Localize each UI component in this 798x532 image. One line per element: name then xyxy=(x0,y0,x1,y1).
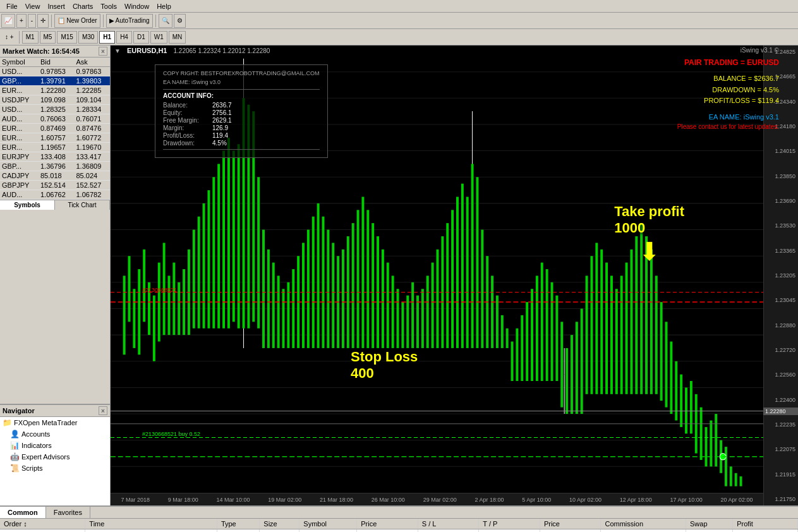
tf-mn[interactable]: MN xyxy=(169,31,186,44)
autotrading-btn[interactable]: ▶ AutoTrading xyxy=(106,14,153,28)
divider1 xyxy=(163,89,320,90)
market-watch-row[interactable]: EUR... 1.19657 1.19670 xyxy=(0,143,110,152)
svg-rect-80 xyxy=(437,250,439,348)
price-label: 1.23850 xyxy=(765,173,797,179)
svg-rect-64 xyxy=(357,210,360,348)
svg-rect-92 xyxy=(496,296,499,348)
order-commission: -2.28 xyxy=(601,529,686,533)
svg-rect-86 xyxy=(466,196,469,348)
market-watch-row[interactable]: AUD... 0.76063 0.76071 xyxy=(0,114,110,124)
menu-help[interactable]: Help xyxy=(153,1,175,11)
time-label: 5 Apr 10:00 xyxy=(522,497,551,503)
menu-tools[interactable]: Tools xyxy=(97,1,121,11)
tf-m1[interactable]: M1 xyxy=(22,31,39,44)
search-btn[interactable]: 🔍 xyxy=(159,14,172,28)
menu-file[interactable]: File xyxy=(3,1,21,11)
balance-info: BALANCE = $2636.7 DRAWDOWN = 4.5% PROFIT… xyxy=(677,73,779,107)
menu-charts[interactable]: Charts xyxy=(69,1,97,11)
mw-symbol: AUD... xyxy=(0,190,39,200)
menu-window[interactable]: Window xyxy=(121,1,153,11)
svg-rect-74 xyxy=(406,296,409,348)
market-watch-row[interactable]: USD... 1.28325 1.28334 xyxy=(0,105,110,114)
iswing-badge: iSwing v3.1 © xyxy=(741,47,779,54)
tf-d1[interactable]: D1 xyxy=(133,31,149,44)
tf-w1[interactable]: W1 xyxy=(150,31,167,44)
tf-h4[interactable]: H4 xyxy=(116,31,132,44)
nav-accounts[interactable]: 👤 Accounts xyxy=(0,428,110,440)
orders-header-row: Order ↕ Time Type Size Symbol Price S / … xyxy=(0,519,798,529)
tf-m15[interactable]: M15 xyxy=(57,31,76,44)
crosshair-btn[interactable]: ✛ xyxy=(37,14,49,28)
nav-scripts[interactable]: 📜 Scripts xyxy=(0,462,110,474)
mw-bid: 0.76063 xyxy=(39,114,75,124)
nav-expert-advisors[interactable]: 🤖 Expert Advisors xyxy=(0,451,110,462)
market-watch-row[interactable]: GBP... 1.39791 1.39803 xyxy=(0,76,110,86)
svg-rect-119 xyxy=(630,250,632,394)
time-label: 29 Mar 02:00 xyxy=(423,497,457,503)
mw-symbol: EUR... xyxy=(0,143,39,152)
settings-btn[interactable]: ⚙ xyxy=(174,14,186,28)
mw-symbol: AUD... xyxy=(0,114,39,124)
svg-rect-33 xyxy=(203,203,205,329)
tf-m5[interactable]: M5 xyxy=(40,31,56,44)
mw-symbol: EUR... xyxy=(0,133,39,143)
time-label: 20 Apr 02:00 xyxy=(720,497,753,503)
tab-common[interactable]: Common xyxy=(0,507,46,518)
free-margin-value: 2629.1 xyxy=(212,117,232,124)
menu-view[interactable]: View xyxy=(21,1,44,11)
mw-bid: 152.514 xyxy=(39,181,75,190)
accounts-icon: 👤 xyxy=(10,430,20,438)
main-layout: Market Watch: 16:54:45 × Symbol Bid Ask … xyxy=(0,45,798,505)
svg-rect-110 xyxy=(586,275,588,394)
order-price-open: 1.22046 xyxy=(357,529,418,533)
mw-tab-tick-chart[interactable]: Tick Chart xyxy=(55,200,110,210)
market-watch-row[interactable]: EUR... 1.60757 1.60772 xyxy=(0,133,110,143)
new-order-btn[interactable]: 📋 New Order xyxy=(54,14,100,28)
time-label: 2 Apr 18:00 xyxy=(475,497,504,503)
mw-col-symbol: Symbol xyxy=(0,57,39,67)
market-watch-row[interactable]: USDJPY 109.098 109.104 xyxy=(0,95,110,105)
order-row[interactable]: 2130668521 2018.04.24 05:00:01 buy 0.52 … xyxy=(0,529,798,533)
zoom-in-btn[interactable]: + xyxy=(16,14,27,28)
nav-fxopen[interactable]: 📁 FXOpen MetaTrader xyxy=(0,417,110,428)
tf-m30[interactable]: M30 xyxy=(78,31,98,44)
market-watch-row[interactable]: GBP... 1.36796 1.36809 xyxy=(0,162,110,171)
svg-rect-82 xyxy=(446,223,449,348)
col-profit: Profit xyxy=(733,519,798,529)
time-label: 26 Mar 10:00 xyxy=(372,497,405,503)
mw-symbol: USD... xyxy=(0,67,39,76)
market-watch-row[interactable]: GBPJPY 152.514 152.527 xyxy=(0,181,110,190)
svg-rect-48 xyxy=(277,275,280,348)
market-watch-row[interactable]: EURJPY 133.408 133.417 xyxy=(0,152,110,162)
nav-indicators[interactable]: 📊 Indicators xyxy=(0,440,110,451)
svg-rect-44 xyxy=(257,177,260,328)
svg-rect-27 xyxy=(172,263,175,336)
svg-rect-40 xyxy=(238,144,240,329)
market-watch-row[interactable]: USD... 0.97853 0.97863 xyxy=(0,67,110,76)
market-watch-row[interactable]: EUR... 0.87469 0.87476 xyxy=(0,124,110,133)
time-label: 7 Mar 2018 xyxy=(121,497,150,503)
right-profit: PROFIT/LOSS = $119.4 xyxy=(677,95,779,107)
tab-favorites[interactable]: Favorites xyxy=(46,507,90,518)
market-watch-row[interactable]: AUD... 1.06762 1.06782 xyxy=(0,190,110,200)
svg-rect-117 xyxy=(620,275,623,394)
new-order-label: New Order xyxy=(66,17,97,24)
svg-rect-76 xyxy=(416,296,419,348)
menu-insert[interactable]: Insert xyxy=(44,1,69,11)
mw-tab-symbols[interactable]: Symbols xyxy=(0,200,55,210)
zoom-out-btn[interactable]: - xyxy=(28,14,36,28)
equity-row: Equity: 2756.1 xyxy=(163,109,320,116)
mw-symbol: EURJPY xyxy=(0,152,39,162)
new-chart-btn[interactable]: 📈 xyxy=(1,14,15,28)
svg-rect-93 xyxy=(501,315,504,348)
chart-area[interactable]: ▼ EURUSD,H1 1.22065 1.22324 1.22012 1.22… xyxy=(111,45,798,505)
market-watch-header: Market Watch: 16:54:45 × xyxy=(0,45,110,57)
navigator-close[interactable]: × xyxy=(99,406,107,415)
market-watch-close[interactable]: × xyxy=(99,47,107,56)
market-watch-row[interactable]: EUR... 1.22280 1.22285 xyxy=(0,86,110,95)
order-type: buy xyxy=(217,529,259,533)
divider2 xyxy=(163,149,320,150)
timeframe-toolbar: ↕ + M1 M5 M15 M30 H1 H4 D1 W1 MN xyxy=(0,29,798,45)
market-watch-row[interactable]: CADJPY 85.018 85.024 xyxy=(0,171,110,181)
tf-h1[interactable]: H1 xyxy=(99,31,115,44)
